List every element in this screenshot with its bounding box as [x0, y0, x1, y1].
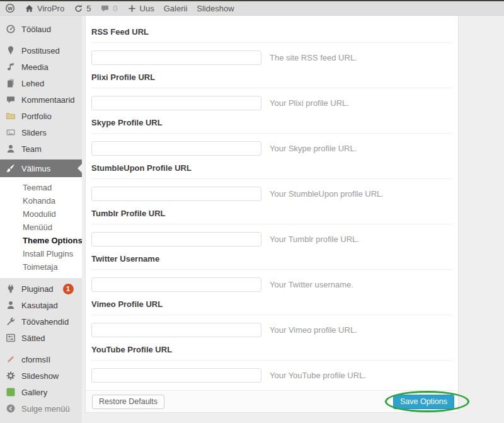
sidebar-item-plugins[interactable]: Pluginad 1 — [0, 281, 82, 297]
field-tumblr-profile-url: Tumblr Profile URL Your Tumblr profile U… — [91, 209, 452, 246]
twitter-username-input[interactable] — [91, 277, 261, 292]
field-rss-feed-url: RSS Feed URL The site RSS feed URL. — [91, 27, 452, 65]
collapse-menu-button[interactable]: Sulge menüü — [0, 400, 82, 417]
field-label: Plixi Profile URL — [91, 72, 452, 82]
wordpress-logo-menu[interactable]: W — [5, 3, 15, 13]
site-link[interactable]: ViroPro — [25, 4, 64, 13]
sidebar-item-settings[interactable]: Sätted — [0, 330, 82, 346]
comments-link[interactable]: 0 — [100, 4, 117, 13]
slide-icon — [6, 127, 16, 137]
save-options-button[interactable]: Save Options — [393, 395, 454, 409]
field-description: The site RSS feed URL. — [270, 53, 357, 62]
field-description: Your Tumblr profile URL. — [270, 235, 359, 244]
brush-icon — [6, 163, 16, 173]
field-divider — [91, 42, 452, 43]
field-label: Vimeo Profile URL — [91, 299, 452, 309]
field-youtube-profile-url: YouTube Profile URL Your YouTube profile… — [91, 345, 452, 383]
comment-bubble-icon — [100, 4, 110, 13]
person-icon — [6, 144, 16, 154]
submenu-item-themes[interactable]: Teemad — [0, 181, 82, 194]
theme-options-fields: RSS Feed URL The site RSS feed URL. Plix… — [86, 16, 458, 390]
users-icon — [6, 300, 16, 310]
submenu-item-theme-options[interactable]: Theme Options — [0, 234, 82, 247]
update-icon — [74, 4, 83, 13]
field-label: RSS Feed URL — [91, 27, 452, 37]
gallery-toolbar-link[interactable]: Galerii — [164, 4, 188, 13]
sidebar-item-users[interactable]: Kasutajad — [0, 297, 82, 313]
home-icon — [25, 4, 34, 13]
sidebar-item-dashboard[interactable]: Töölaud — [0, 21, 82, 37]
submenu-item-menus[interactable]: Menüüd — [0, 221, 82, 234]
sidebar-item-portfolio[interactable]: Portfolio — [0, 108, 82, 124]
sidebar-item-gallery[interactable]: Gallery — [0, 384, 82, 400]
pin-icon — [6, 45, 16, 55]
field-label: Tumblr Profile URL — [91, 209, 452, 218]
pages-icon — [6, 78, 16, 88]
field-skype-profile-url: Skype Profile URL Your Skype profile URL… — [91, 118, 452, 156]
field-label: Skype Profile URL — [91, 118, 452, 127]
field-divider — [91, 360, 452, 361]
field-description: Your Vimeo profile URL. — [270, 325, 357, 335]
field-divider — [91, 178, 452, 179]
plugin-icon — [6, 284, 16, 294]
plugin-update-badge: 1 — [63, 284, 74, 294]
theme-options-panel: RSS Feed URL The site RSS feed URL. Plix… — [85, 16, 459, 413]
form-footer: Restore Defaults Save Options — [86, 390, 458, 412]
submenu-item-install-plugins[interactable]: Install Plugins — [0, 247, 82, 260]
stumbleupon-profile-url-input[interactable] — [91, 187, 261, 201]
site-name: ViroPro — [37, 4, 64, 13]
dashboard-icon — [6, 24, 16, 34]
settings-icon — [6, 333, 16, 343]
sidebar-item-pages[interactable]: Lehed — [0, 75, 82, 91]
tools-icon — [6, 316, 16, 327]
menu-separator — [0, 37, 82, 42]
content-area: RSS Feed URL The site RSS feed URL. Plix… — [82, 16, 504, 423]
gallery-icon — [6, 387, 16, 397]
sidebar-item-appearance[interactable]: Välimus — [0, 159, 82, 177]
rss-feed-url-input[interactable] — [91, 50, 261, 65]
sidebar-item-team[interactable]: Team — [0, 141, 82, 157]
field-divider — [91, 133, 452, 134]
plixi-profile-url-input[interactable] — [91, 96, 261, 110]
restore-defaults-button[interactable]: Restore Defaults — [92, 395, 164, 409]
updates-link[interactable]: 5 — [74, 4, 91, 13]
tumblr-profile-url-input[interactable] — [91, 232, 261, 246]
new-item-label: Uus — [140, 4, 154, 13]
field-description: Your Twitter username. — [270, 280, 353, 289]
field-divider — [91, 269, 452, 270]
folder-icon — [6, 111, 16, 121]
sidebar-item-slideshow[interactable]: Slideshow — [0, 368, 82, 384]
field-divider — [91, 88, 452, 88]
submenu-item-customize[interactable]: Kohanda — [0, 194, 82, 207]
sidebar-item-sliders[interactable]: Sliders — [0, 124, 82, 141]
pencil-icon — [6, 354, 16, 364]
field-label: StumbleUpon Profile URL — [91, 163, 452, 173]
submenu-item-editor[interactable]: Toimetaja — [0, 260, 82, 274]
menu-separator — [0, 346, 82, 351]
new-content-link[interactable]: Uus — [127, 4, 154, 13]
admin-sidebar: Töölaud Postitused Meedia Lehed Ko — [0, 16, 82, 423]
sidebar-item-cformsii[interactable]: cformsII — [0, 351, 82, 368]
comments-icon — [6, 95, 16, 105]
gear-icon — [6, 371, 16, 381]
field-label: Twitter Username — [91, 254, 452, 264]
youtube-profile-url-input[interactable] — [91, 368, 261, 383]
sidebar-item-posts[interactable]: Postitused — [0, 42, 82, 59]
sidebar-item-comments[interactable]: Kommentaarid — [0, 91, 82, 108]
sidebar-item-media[interactable]: Meedia — [0, 59, 82, 75]
appearance-submenu: Teemad Kohanda Moodulid Menüüd Theme Opt… — [0, 177, 82, 278]
slideshow-toolbar-link[interactable]: Slideshow — [197, 4, 234, 13]
field-divider — [91, 224, 452, 224]
admin-bar: W ViroPro 5 0 Uus Galerii Slideshow — [0, 1, 504, 16]
field-description: Your YouTube profile URL. — [270, 371, 366, 380]
vimeo-profile-url-input[interactable] — [91, 323, 261, 337]
sidebar-item-tools[interactable]: Töövahendid — [0, 313, 82, 330]
field-description: Your StumbleUpon profile URL. — [270, 189, 384, 199]
field-description: Your Skype profile URL. — [270, 144, 357, 153]
skype-profile-url-input[interactable] — [91, 141, 261, 156]
wordpress-logo-icon: W — [5, 3, 15, 13]
comment-count: 0 — [113, 4, 117, 13]
field-label: YouTube Profile URL — [91, 345, 452, 354]
media-icon — [6, 62, 16, 72]
submenu-item-widgets[interactable]: Moodulid — [0, 207, 82, 221]
